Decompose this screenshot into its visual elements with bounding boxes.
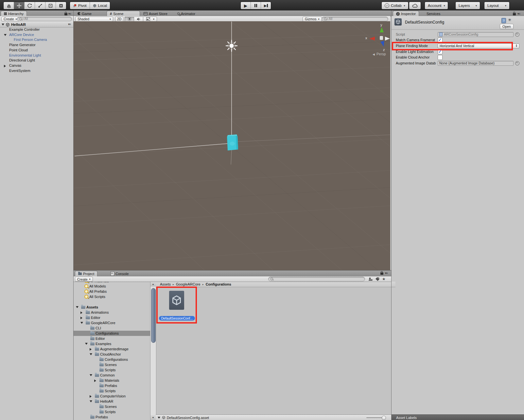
- match-camera-checkbox[interactable]: [438, 38, 443, 43]
- project-folder-googlearcore[interactable]: GoogleARCore: [74, 320, 150, 325]
- hierarchy-scene-row[interactable]: HelloAR ▾≡: [0, 22, 73, 27]
- rect-tool-button[interactable]: [45, 2, 56, 9]
- project-folder-examples[interactable]: Examples: [74, 341, 150, 346]
- gizmo-center-cube[interactable]: [380, 36, 383, 40]
- tab-console[interactable]: Console: [108, 271, 131, 276]
- project-folder-assets[interactable]: Assets: [74, 305, 150, 310]
- directional-light-gizmo-icon[interactable]: [226, 40, 237, 51]
- project-tree-scrollbar[interactable]: ▲ ▼: [150, 282, 156, 420]
- breadcrumb-segment-googlearcore[interactable]: GoogleARCore: [176, 282, 201, 286]
- pause-button[interactable]: [251, 2, 261, 9]
- expand-arrow-icon[interactable]: [80, 322, 83, 324]
- axis-orientation-gizmo[interactable]: y x z ◄ Persp: [365, 23, 394, 57]
- scene-effects-dropdown[interactable]: ▾: [150, 17, 157, 22]
- scale-tool-button[interactable]: [35, 2, 45, 9]
- scene-viewport[interactable]: [74, 21, 390, 270]
- search-by-type-icon[interactable]: [368, 277, 373, 281]
- hierarchy-item-arcore-device[interactable]: ARCore Device: [0, 32, 73, 38]
- project-content-area[interactable]: [156, 282, 391, 414]
- project-favorite-all-models[interactable]: All Models: [74, 284, 150, 289]
- hierarchy-item-first-person-camera[interactable]: First Person Camera: [0, 37, 73, 43]
- transform-tool-button[interactable]: [56, 2, 66, 9]
- hierarchy-lock-icon[interactable]: [64, 13, 67, 15]
- neg-x-axis-cone-icon[interactable]: [385, 37, 390, 41]
- cloud-button[interactable]: [409, 2, 421, 9]
- light-estimation-checkbox[interactable]: [438, 49, 443, 54]
- tab-project[interactable]: Project: [75, 271, 97, 276]
- cloud-anchor-checkbox[interactable]: [438, 55, 443, 60]
- project-folder-scenes[interactable]: Scenes: [74, 404, 150, 409]
- project-folder-cli[interactable]: CLI: [74, 325, 150, 331]
- hand-tool-button[interactable]: [4, 2, 14, 9]
- project-folder-common[interactable]: Common: [74, 373, 150, 378]
- tab-hierarchy[interactable]: Hierarchy: [1, 11, 27, 16]
- hierarchy-item-example-controller[interactable]: Example Controller: [0, 27, 73, 32]
- project-folder-computervision[interactable]: ComputerVision: [74, 394, 150, 399]
- expand-arrow-icon[interactable]: [94, 379, 96, 382]
- scene-audio-button[interactable]: [134, 17, 144, 22]
- scroll-up-icon[interactable]: ▲: [150, 282, 156, 287]
- hierarchy-item-canvas[interactable]: Canvas: [0, 63, 73, 68]
- asset-label-selected[interactable]: DefaultSessionConf...: [159, 316, 195, 321]
- play-button[interactable]: ▶: [241, 2, 251, 9]
- step-button[interactable]: ▶: [261, 2, 271, 9]
- project-favorite-all-prefabs[interactable]: All Prefabs: [74, 289, 150, 294]
- augmented-image-object-field[interactable]: None (Augmented Image Database): [438, 61, 514, 66]
- project-folder-editor[interactable]: Editor: [74, 336, 150, 341]
- layers-button[interactable]: Layers ▾: [456, 2, 480, 9]
- expand-arrow-icon[interactable]: [90, 353, 92, 355]
- hierarchy-search-input[interactable]: ▾ All: [17, 17, 72, 21]
- tab-services[interactable]: Services: [424, 11, 443, 16]
- x-axis-cone-icon[interactable]: [369, 37, 375, 41]
- project-folder-scripts[interactable]: Scripts: [74, 388, 150, 394]
- project-menu-icon[interactable]: ▾≡: [385, 271, 388, 275]
- project-search-input[interactable]: [268, 277, 365, 281]
- hierarchy-item-plane-generator[interactable]: Plane Generator: [0, 43, 73, 48]
- tab-game[interactable]: Game: [75, 11, 95, 16]
- status-expand-icon[interactable]: [158, 417, 160, 419]
- shading-mode-dropdown[interactable]: Shaded ▾: [75, 17, 113, 22]
- expand-arrow-icon[interactable]: [85, 343, 88, 345]
- project-folder-scripts[interactable]: Scripts: [74, 409, 150, 414]
- asset-defaultsessionconfig[interactable]: [169, 291, 184, 310]
- tab-scene[interactable]: # Scene: [107, 11, 140, 16]
- panel-separator[interactable]: [73, 10, 74, 420]
- project-folder-scripts[interactable]: Scripts: [74, 367, 150, 373]
- open-button[interactable]: Open: [500, 24, 514, 29]
- project-folder-prefabs[interactable]: Prefabs: [74, 414, 150, 420]
- hierarchy-item-point-cloud[interactable]: Point Cloud: [0, 48, 73, 53]
- cube-object[interactable]: [227, 134, 238, 150]
- project-folder-augmentedimage[interactable]: AugmentedImage: [74, 346, 150, 352]
- icon-size-slider[interactable]: [366, 417, 383, 418]
- hierarchy-create-button[interactable]: Create ▾: [1, 17, 19, 22]
- expand-arrow-icon[interactable]: [80, 311, 82, 314]
- object-picker-icon[interactable]: [515, 61, 519, 65]
- account-button[interactable]: Account ▾: [425, 2, 448, 9]
- search-by-label-icon[interactable]: [375, 277, 379, 281]
- expand-arrow-icon[interactable]: [4, 34, 7, 36]
- panel-separator[interactable]: [391, 10, 392, 420]
- help-icon[interactable]: ?: [501, 18, 506, 23]
- script-object-field[interactable]: ARCoreSessionConfig: [438, 32, 514, 37]
- pivot-toggle-button[interactable]: Pivot: [70, 2, 90, 9]
- project-folder-scenes[interactable]: Scenes: [74, 362, 150, 367]
- project-folder-editor[interactable]: Editor: [74, 315, 150, 320]
- project-favorite-all-scripts[interactable]: All Scripts: [74, 294, 150, 299]
- expand-arrow-icon[interactable]: [90, 400, 92, 402]
- project-folder-prefabs[interactable]: Prefabs: [74, 383, 150, 388]
- expand-arrow-icon[interactable]: [90, 395, 92, 398]
- project-folder-cloudanchor[interactable]: CloudAnchor: [74, 352, 150, 357]
- inspector-menu-icon[interactable]: ▾≡: [517, 12, 520, 15]
- scene-menu-icon[interactable]: ▾≡: [68, 23, 71, 26]
- scrollbar-thumb[interactable]: [151, 288, 156, 343]
- project-folder-helloar[interactable]: HelloAR: [74, 399, 150, 404]
- inspector-lock-icon[interactable]: [513, 13, 516, 15]
- icon-size-slider-knob[interactable]: [382, 416, 386, 420]
- favorites-star-icon[interactable]: ★: [382, 277, 386, 281]
- project-folder-configurations[interactable]: Configurations: [74, 357, 150, 362]
- scroll-down-icon[interactable]: ▼: [150, 415, 156, 420]
- hierarchy-menu-icon[interactable]: ▾≡: [68, 12, 71, 15]
- object-picker-icon[interactable]: [515, 32, 519, 37]
- expand-arrow-icon[interactable]: [90, 348, 92, 351]
- rotate-tool-button[interactable]: [25, 2, 35, 9]
